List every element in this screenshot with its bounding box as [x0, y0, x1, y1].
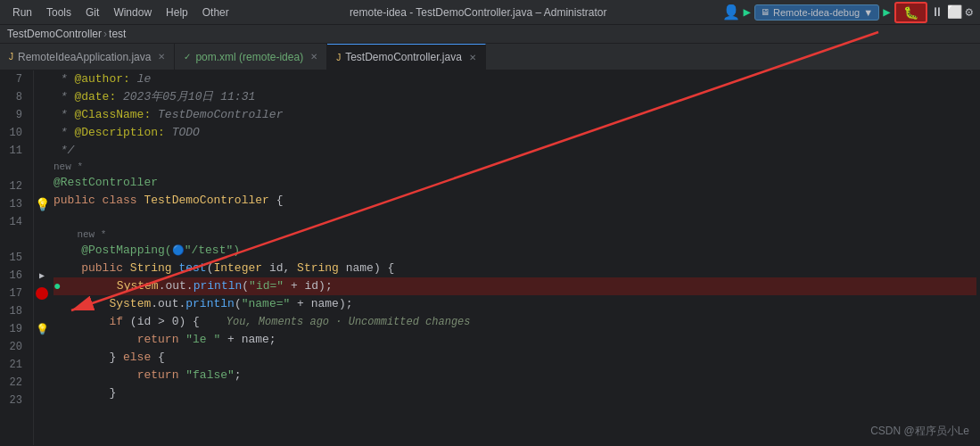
breadcrumb: TestDemoController › test [0, 25, 980, 44]
code-content[interactable]: * @author: le * @date: 2023年05月10日 11:31… [50, 70, 980, 445]
ln-new1 [7, 160, 26, 178]
gutter-16: ▶ [34, 267, 50, 285]
code-line-20: return "le " + name; [54, 331, 976, 349]
breadcrumb-method[interactable]: test [109, 28, 126, 40]
tab-label-0: RemoteIdeaApplication.java [18, 51, 151, 63]
menu-git[interactable]: Git [80, 4, 104, 21]
code-line-14 [54, 210, 976, 227]
code-line-8: * @date: 2023年05月10日 11:31 [54, 88, 976, 106]
gutter-20 [34, 338, 50, 356]
settings-icon[interactable]: ⚙ [966, 4, 973, 20]
ln-11: 11 [7, 142, 26, 160]
ln-20: 20 [7, 338, 26, 356]
code-line-12: @RestController [54, 174, 976, 192]
menu-bar: Run Tools Git Window Help Other remote-i… [0, 0, 980, 25]
window-title: remote-idea - TestDemoController.java – … [238, 6, 719, 19]
line-numbers: 7 8 9 10 11 12 13 14 15 16 17 18 19 20 2… [0, 70, 34, 445]
git-hint: You, Moments ago · Uncommitted changes [213, 313, 470, 331]
code-line-22: return "false"; [54, 367, 976, 384]
lightbulb-19[interactable]: 💡 [36, 323, 49, 336]
breadcrumb-file[interactable]: TestDemoController [7, 28, 102, 40]
gutter-19: 💡 [34, 320, 50, 338]
code-line-11: */ [54, 142, 976, 160]
tab-test-demo-controller[interactable]: J TestDemoController.java ✕ [327, 44, 486, 70]
run-icon[interactable]: ▶ [744, 4, 751, 20]
code-line-9: * @ClassName: TestDemoController [54, 106, 976, 124]
debug-config-button[interactable]: 🖥 Remote-idea-debug ▼ [754, 4, 879, 21]
watermark: CSDN @程序员小Le [870, 424, 969, 439]
gutter-9 [34, 106, 50, 124]
ln-17: 17 [7, 285, 26, 302]
ln-8: 8 [7, 88, 26, 106]
menu-help[interactable]: Help [161, 4, 194, 21]
breadcrumb-arrow: › [103, 28, 107, 40]
tab-pom-xml[interactable]: ✓ pom.xml (remote-idea) ✕ [175, 44, 327, 70]
tab-icon-java-active: J [336, 53, 341, 62]
menu-window[interactable]: Window [108, 4, 157, 21]
gutter-23 [34, 392, 50, 409]
ln-9: 9 [7, 106, 26, 124]
stop-icon[interactable]: ⬜ [947, 4, 962, 20]
tab-icon-xml: ✓ [184, 52, 191, 62]
gutter-18 [34, 302, 50, 320]
gutter-8 [34, 88, 50, 106]
gutter-11 [34, 142, 50, 160]
ln-21: 21 [7, 356, 26, 374]
new-hint-2: new * [54, 227, 976, 242]
tab-label-2: TestDemoController.java [345, 51, 462, 63]
gutter-12 [34, 178, 50, 195]
code-line-17: ● System.out.println("id=" + id); [54, 277, 976, 295]
code-line-19: if (id > 0) { You, Moments ago · Uncommi… [54, 313, 976, 331]
ln-12: 12 [7, 178, 26, 195]
menu-run[interactable]: Run [7, 4, 37, 21]
ln-22: 22 [7, 374, 26, 392]
ln-13: 13 [7, 195, 26, 213]
menu-other[interactable]: Other [197, 4, 235, 21]
ln-23: 23 [7, 392, 26, 409]
toolbar-right: 👤 ▶ 🖥 Remote-idea-debug ▼ ▶ 🐛 ⏸ ⬜ ⚙ [722, 2, 973, 23]
code-line-23: } [54, 384, 976, 402]
code-line-18: System.out.println("name=" + name); [54, 295, 976, 313]
tab-label-1: pom.xml (remote-idea) [195, 51, 303, 63]
breakpoint-17[interactable] [36, 287, 48, 300]
gutter-21 [34, 356, 50, 374]
current-line-marker: ● [54, 277, 61, 295]
ln-7: 7 [7, 70, 26, 88]
ln-10: 10 [7, 124, 26, 142]
debug-button[interactable]: 🐛 [894, 2, 927, 23]
ln-18: 18 [7, 302, 26, 320]
tabs-bar: J RemoteIdeaApplication.java ✕ ✓ pom.xml… [0, 44, 980, 70]
tab-icon-java: J [9, 52, 13, 62]
ln-16: 16 [7, 267, 26, 285]
gutter-13: 💡 [34, 195, 50, 213]
debug-config-label: Remote-idea-debug [773, 7, 860, 18]
code-line-15: @PostMapping(🔵"/test") [54, 242, 976, 260]
tab-close-0[interactable]: ✕ [158, 52, 165, 62]
new-hint-1: new * [54, 160, 976, 174]
lamp-icon[interactable]: 💡 [35, 197, 50, 212]
user-icon[interactable]: 👤 [722, 4, 740, 21]
menu-tools[interactable]: Tools [41, 4, 77, 21]
gutter-new2 [34, 231, 50, 249]
tab-close-2[interactable]: ✕ [469, 53, 476, 62]
run-line-icon: ▶ [39, 270, 45, 281]
ln-15: 15 [7, 249, 26, 267]
ln-19: 19 [7, 320, 26, 338]
play-button[interactable]: ▶ [883, 4, 890, 20]
gutter-10 [34, 124, 50, 142]
debug-icon: 🖥 [761, 7, 770, 17]
gutter-17-bp[interactable] [34, 285, 50, 302]
code-line-16: public String test(Integer id, String na… [54, 260, 976, 277]
code-line-21: } else { [54, 349, 976, 367]
dropdown-icon: ▼ [863, 7, 873, 18]
gutter-new1 [34, 160, 50, 178]
pause-icon[interactable]: ⏸ [931, 5, 943, 20]
code-line-7: * @author: le [54, 70, 976, 88]
code-line-13: public class TestDemoController { [54, 192, 976, 210]
ln-14: 14 [7, 213, 26, 231]
code-area: 7 8 9 10 11 12 13 14 15 16 17 18 19 20 2… [0, 70, 980, 445]
tab-remote-idea-app[interactable]: J RemoteIdeaApplication.java ✕ [0, 44, 175, 70]
gutter-7 [34, 70, 50, 88]
gutter-22 [34, 374, 50, 392]
tab-close-1[interactable]: ✕ [310, 52, 317, 62]
